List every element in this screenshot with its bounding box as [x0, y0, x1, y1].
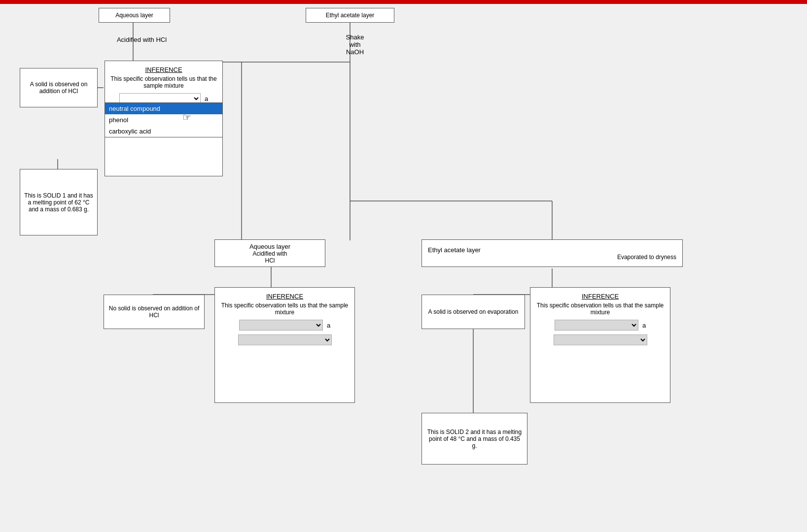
solid-evap-box: A solid is observed on evaporation [421, 295, 525, 329]
inference-mid-text: This specific observation tells us that … [220, 302, 350, 316]
letter-a-right: a [642, 322, 646, 329]
letter-a-1: a [205, 95, 208, 102]
shake-naoh-text: Shake with NaOH [333, 33, 377, 56]
inference-right-select-1[interactable] [555, 320, 638, 331]
inference-mid-title: INFERENCE [220, 293, 350, 300]
main-area: Aqueous layer Ethyl acetate layer Acidif… [0, 4, 807, 532]
aqueous-mid-line2: Acidified with [252, 250, 287, 257]
aqueous-mid-line1: Aqueous layer [249, 243, 290, 250]
ethyl-header-top-label: Ethyl acetate layer [326, 12, 375, 19]
solid-left-top-text: A solid is observed on addition of HCl [24, 81, 93, 95]
dropdown-item-phenol[interactable]: phenol [105, 114, 222, 126]
solid-left-bottom-box: This is SOLID 1 and it has a melting poi… [20, 169, 98, 235]
ethyl-mid-line1: Ethyl acetate layer [428, 246, 481, 254]
dropdown-item-neutral[interactable]: neutral compound [105, 103, 222, 114]
letter-a-mid: a [327, 322, 330, 329]
no-solid-box: No solid is observed on addition of HCl [104, 295, 205, 329]
inference-mid-box: INFERENCE This specific observation tell… [214, 287, 355, 403]
ethyl-mid-line2: Evaporated to dryness [617, 254, 676, 261]
solid-left-bottom-text: This is SOLID 1 and it has a melting poi… [24, 192, 93, 213]
aqueous-layer-mid-box: Aqueous layer Acidified with HCl [214, 239, 325, 267]
inference-mid-select-2[interactable] [238, 334, 332, 345]
inference-right-text: This specific observation tells us that … [535, 302, 665, 316]
dropdown-open: neutral compound phenol carboxylic acid [105, 102, 223, 137]
aqueous-header-top: Aqueous layer [99, 8, 170, 23]
solid2-box: This is SOLID 2 and it has a melting poi… [421, 413, 527, 465]
aqueous-mid-line3: HCl [265, 257, 275, 264]
inference-mid-select-1[interactable] [239, 320, 323, 331]
ethyl-header-top: Ethyl acetate layer [306, 8, 394, 23]
solid-left-top-box: A solid is observed on addition of HCl [20, 68, 98, 107]
inference-right-select-2[interactable] [554, 334, 647, 345]
no-solid-text: No solid is observed on addition of HCl [108, 305, 200, 319]
dropdown-item-carboxylic[interactable]: carboxylic acid [105, 126, 222, 137]
aqueous-header-top-label: Aqueous layer [115, 12, 153, 19]
solid2-text: This is SOLID 2 and it has a melting poi… [426, 429, 523, 449]
top-bar [0, 0, 807, 4]
inference-text-top-left: This specific observation tells us that … [110, 75, 217, 89]
solid-evap-text: A solid is observed on evaporation [428, 308, 519, 315]
ethyl-layer-mid-box: Ethyl acetate layer Evaporated to drynes… [421, 239, 683, 267]
acidified-hcl-text: Acidified with HCl [106, 36, 177, 43]
inference-right-title: INFERENCE [535, 293, 665, 300]
inference-title-top-left: INFERENCE [110, 66, 217, 73]
inference-right-box: INFERENCE This specific observation tell… [530, 287, 670, 403]
